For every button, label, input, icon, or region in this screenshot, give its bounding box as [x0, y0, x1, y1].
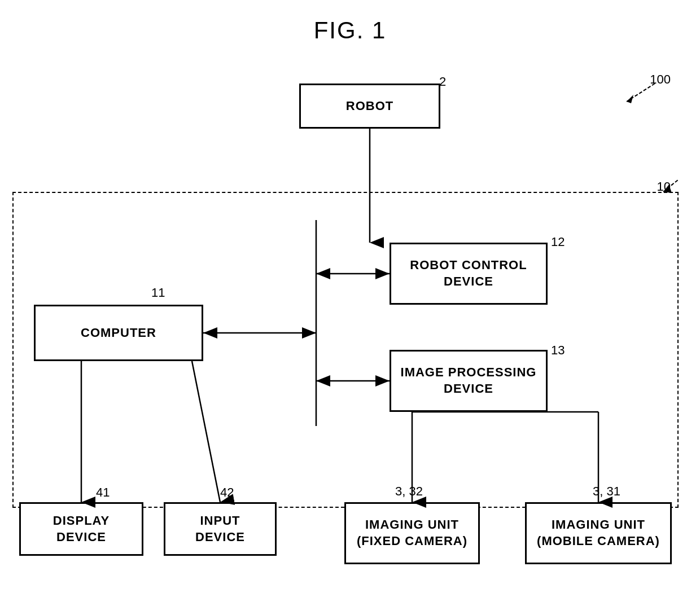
ref-fixed: 3, 32	[395, 484, 423, 499]
ref-input: 42	[220, 485, 234, 500]
display-device-box: DISPLAY DEVICE	[19, 502, 143, 556]
ref-computer: 11	[151, 286, 165, 300]
svg-marker-7	[627, 95, 633, 103]
imaging-unit-fixed-box: IMAGING UNIT (FIXED CAMERA)	[344, 502, 480, 564]
ref-display: 41	[96, 485, 110, 500]
robot-box: ROBOT	[299, 84, 440, 129]
ref-mobile: 3, 31	[593, 484, 620, 499]
ref-rcd: 12	[551, 235, 565, 249]
ref-100: 100	[650, 72, 671, 87]
figure-title: FIG. 1	[314, 17, 387, 44]
diagram: FIG. 1 100 10 ROBOT 2 ROBOT CONTROL DEVI…	[0, 0, 700, 606]
image-processing-device-box: IMAGE PROCESSING DEVICE	[390, 350, 548, 412]
ref-ipd: 13	[551, 343, 565, 358]
imaging-unit-mobile-box: IMAGING UNIT (MOBILE CAMERA)	[525, 502, 672, 564]
input-device-box: INPUT DEVICE	[164, 502, 277, 556]
ref-robot: 2	[439, 74, 446, 89]
robot-control-device-box: ROBOT CONTROL DEVICE	[390, 243, 548, 305]
computer-box: COMPUTER	[34, 305, 203, 361]
